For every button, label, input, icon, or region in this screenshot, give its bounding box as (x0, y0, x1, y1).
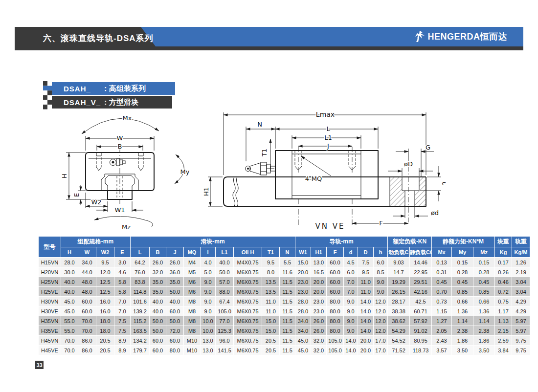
table-row: H30VE45.060.016.07.0139.240.060.0M89.010… (39, 306, 530, 316)
table-cell: 28.0 (295, 297, 311, 306)
table-cell: 2.38 (473, 326, 495, 336)
table-cell: 55.0 (61, 326, 78, 336)
column-header: 动负载C (388, 247, 410, 258)
table-cell: 60.0 (166, 336, 184, 346)
table-cell: 23.0 (311, 306, 327, 316)
table-cell: 0.28 (452, 267, 473, 277)
model-cell: H25VE (39, 287, 61, 297)
table-cell: M6X0.75 (234, 306, 262, 316)
model-cell: H45VN (39, 336, 61, 346)
dim-label-big-d: øD (404, 160, 413, 168)
table-cell: 55.0 (61, 316, 78, 326)
column-header: E (114, 247, 131, 258)
table-cell: 14.0 (344, 346, 358, 355)
group-header: 组配规格-mm (61, 237, 131, 247)
table-cell: 35.0 (150, 277, 166, 287)
table-cell: 5.97 (512, 316, 530, 326)
column-header: T1 (262, 247, 280, 258)
group-header: 额定负载-KN (388, 237, 432, 247)
drawing-caption: VN VE (315, 222, 345, 231)
model-cell: H35VE (39, 326, 61, 336)
table-cell: 29.51 (410, 277, 432, 287)
table-cell: 6.0 (344, 267, 358, 277)
dim-label-mx: Mx (123, 114, 132, 122)
table-cell: 2.15 (495, 326, 512, 336)
model-cell: H30VE (39, 306, 61, 316)
group-header: 块重 (495, 237, 512, 247)
table-cell: 139.2 (131, 306, 150, 316)
table-cell: 9.0 (374, 287, 388, 297)
table-cell: 0.66 (473, 297, 495, 306)
table-cell: 40.0 (61, 287, 78, 297)
table-cell: 40.0 (61, 277, 78, 287)
table-cell: 0.85 (473, 287, 495, 297)
table-cell: 83.8 (131, 277, 150, 287)
table-cell: 48.0 (78, 277, 96, 287)
table-cell: 9.0 (201, 287, 216, 297)
table-row: H15VN28.034.09.53.064.226.026.0M44.040.0… (39, 258, 530, 267)
table-cell: 5.8 (114, 287, 131, 297)
column-header: D (358, 247, 374, 258)
table-cell: 23.0 (295, 277, 311, 287)
table-cell: 7.5 (114, 316, 131, 326)
dim-label-n: N (257, 121, 262, 128)
brand-text: HENGERDA恒而达 (427, 31, 507, 43)
table-cell: 15.0 (262, 316, 280, 326)
table-cell: 34.0 (295, 326, 311, 336)
table-cell: 23.0 (295, 287, 311, 297)
table-row: H45VN70.086.020.58.9134.260.060.0M1013.0… (39, 336, 530, 346)
table-cell: 0.72 (495, 287, 512, 297)
table-cell: 60.0 (327, 287, 344, 297)
table-cell: 40.0 (216, 258, 234, 267)
table-cell: 80.0 (327, 306, 344, 316)
table-cell: 9.5 (96, 258, 114, 267)
table-row: H45VE70.086.020.58.9179.760.080.0M1013.0… (39, 346, 530, 355)
table-cell: 45.0 (295, 346, 311, 355)
table-cell: 20.0 (358, 346, 374, 355)
table-cell: 12.0 (374, 316, 388, 326)
table-cell: 8.0 (262, 267, 280, 277)
table-cell: 14.0 (344, 336, 358, 346)
table-cell: 0.45 (452, 277, 473, 287)
dim-label-h: H (61, 174, 68, 178)
table-cell: 32.0 (311, 346, 327, 355)
table-cell: 0.13 (432, 258, 452, 267)
table-cell: 28.17 (388, 297, 410, 306)
table-cell: M10 (184, 336, 201, 346)
table-cell: 16.0 (96, 306, 114, 316)
table-cell: 11.0 (358, 277, 374, 287)
table-cell: 3.50 (452, 346, 473, 355)
table-cell: 9.5 (262, 258, 280, 267)
table-cell: 54.29 (388, 326, 410, 336)
column-header: 静负载C0 (410, 247, 432, 258)
table-cell: 34.0 (78, 258, 96, 267)
table-cell: 34.0 (295, 316, 311, 326)
table-cell: 45.0 (295, 336, 311, 346)
side-view-drawing: Lmax N L L1 J T1 4-MQ G øD (202, 110, 447, 231)
table-cell: 2.43 (432, 336, 452, 346)
table-cell: 1.15 (432, 306, 452, 316)
table-cell: 13.5 (262, 277, 280, 287)
table-cell: 8.9 (114, 346, 131, 355)
table-cell: 9.0 (201, 306, 216, 316)
table-cell: 50.0 (216, 267, 234, 277)
table-cell: 1.27 (432, 316, 452, 326)
table-cell: 163.5 (131, 326, 150, 336)
table-cell: 2.19 (512, 267, 530, 277)
table-cell: M6 (184, 277, 201, 287)
table-cell: 13.0 (201, 336, 216, 346)
table-cell: 60.71 (410, 306, 432, 316)
page-number-badge: 33 (35, 361, 44, 369)
table-row: H25VE40.048.012.55.8114.835.050.0M69.088… (39, 287, 530, 297)
table-cell: 17.0 (374, 346, 388, 355)
table-cell: 60.0 (150, 336, 166, 346)
table-cell: 0.26 (495, 267, 512, 277)
table-cell: 5.5 (280, 258, 295, 267)
table-cell: 1.36 (473, 306, 495, 316)
table-cell: 71.52 (388, 346, 410, 355)
table-cell: 45.0 (61, 306, 78, 316)
table-cell: 4.6 (114, 267, 131, 277)
table-cell: 32.0 (311, 336, 327, 346)
table-cell: 26.0 (311, 326, 327, 336)
table-cell: 1.13 (495, 316, 512, 326)
